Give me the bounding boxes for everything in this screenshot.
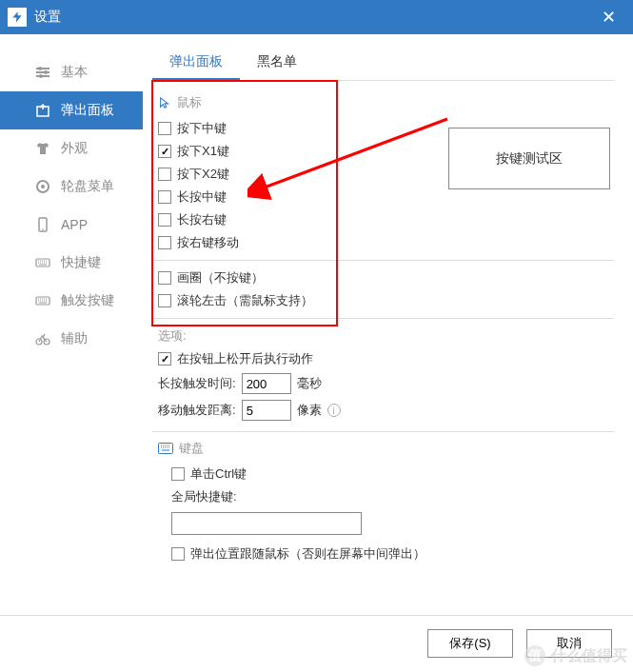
chk-right-move[interactable]: 按右键移动 (152, 231, 614, 254)
tab-popup[interactable]: 弹出面板 (152, 46, 240, 80)
info-icon[interactable]: i (327, 404, 341, 417)
checkbox[interactable] (158, 352, 171, 366)
sidebar-item-trigger[interactable]: 触发按键 (0, 282, 143, 320)
sidebar-label: 轮盘菜单 (61, 178, 114, 195)
longpress-input[interactable] (242, 373, 291, 394)
chk-circle[interactable]: 画圈（不按键） (152, 267, 614, 289)
options-title: 选项: (152, 325, 614, 347)
checkbox[interactable] (158, 213, 171, 227)
sidebar-item-shortcut[interactable]: 快捷键 (0, 244, 143, 282)
keyboard-section-header: 键盘 (152, 431, 614, 463)
sidebar-label: 基本 (61, 64, 88, 81)
chk-follow-mouse[interactable]: 弹出位置跟随鼠标（否则在屏幕中间弹出） (152, 543, 614, 565)
shirt-icon (34, 140, 51, 157)
sidebar-label: 弹出面板 (61, 102, 114, 119)
phone-icon (34, 216, 51, 233)
checkbox[interactable] (158, 236, 171, 249)
sidebar-label: 触发按键 (61, 292, 114, 309)
svg-point-5 (41, 185, 45, 188)
chk-release-action[interactable]: 在按钮上松开后执行动作 (152, 347, 614, 370)
titlebar: 设置 ✕ (0, 0, 633, 34)
svg-point-0 (38, 67, 42, 70)
checkbox[interactable] (158, 190, 171, 204)
mouse-title: 鼠标 (177, 94, 202, 111)
sidebar-item-appearance[interactable]: 外观 (0, 129, 143, 168)
checkbox[interactable] (158, 145, 171, 158)
longpress-row: 长按触发时间: 毫秒 (152, 370, 614, 397)
svg-point-7 (42, 228, 44, 230)
keyboard-title: 键盘 (179, 440, 204, 457)
hotkey-input[interactable] (171, 512, 362, 535)
checkbox[interactable] (158, 168, 171, 181)
sidebar-label: 快捷键 (61, 254, 101, 271)
sidebar-label: 外观 (61, 140, 88, 157)
checkbox[interactable] (158, 122, 171, 135)
sidebar-item-wheel[interactable]: 轮盘菜单 (0, 168, 143, 206)
bike-icon (34, 330, 51, 347)
checkbox[interactable] (158, 271, 171, 285)
sidebar: 基本 弹出面板 外观 轮盘菜单 APP 快捷键 触发按键 辅助 (0, 34, 143, 615)
mouse-section-header: 鼠标 (152, 90, 614, 117)
svg-point-1 (44, 70, 48, 74)
checkbox[interactable] (171, 467, 185, 481)
chk-right-hold[interactable]: 长按右键 (152, 208, 614, 231)
window-title: 设置 (34, 9, 61, 26)
disc-icon (34, 178, 51, 195)
footer: 保存(S) 取消 (0, 615, 633, 670)
move-input[interactable] (242, 400, 291, 421)
move-row: 移动触发距离: 像素 i (152, 397, 614, 424)
svg-point-2 (39, 74, 43, 78)
keyboard-icon (34, 254, 51, 271)
close-button[interactable]: ✕ (591, 0, 625, 34)
sidebar-item-app[interactable]: APP (0, 206, 143, 244)
sidebar-item-assist[interactable]: 辅助 (0, 320, 143, 358)
sidebar-label: APP (61, 217, 88, 232)
chk-wheel-left[interactable]: 滚轮左击（需鼠标支持） (152, 289, 614, 312)
tabs: 弹出面板 黑名单 (152, 46, 614, 81)
save-button[interactable]: 保存(S) (427, 629, 513, 658)
main-panel: 弹出面板 黑名单 鼠标 按下中键 按下X1键 按下X2键 长按中键 长按右键 按… (143, 34, 633, 615)
key-test-area[interactable]: 按键测试区 (448, 128, 610, 189)
sidebar-item-basic[interactable]: 基本 (0, 53, 143, 91)
svg-rect-12 (159, 444, 173, 454)
chk-ctrl[interactable]: 单击Ctrl键 (152, 463, 614, 485)
sidebar-label: 辅助 (61, 330, 88, 347)
keyboard-icon (34, 292, 51, 309)
app-icon (8, 8, 27, 27)
cursor-icon (158, 96, 171, 109)
sliders-icon (34, 64, 51, 81)
sidebar-item-popup[interactable]: 弹出面板 (0, 91, 143, 129)
cancel-button[interactable]: 取消 (526, 629, 612, 658)
tab-blacklist[interactable]: 黑名单 (240, 46, 314, 80)
keyboard-icon (158, 443, 173, 454)
checkbox[interactable] (158, 294, 171, 307)
checkbox[interactable] (171, 547, 185, 561)
hotkey-label: 全局快捷键: (152, 485, 614, 508)
popup-icon (34, 102, 51, 119)
